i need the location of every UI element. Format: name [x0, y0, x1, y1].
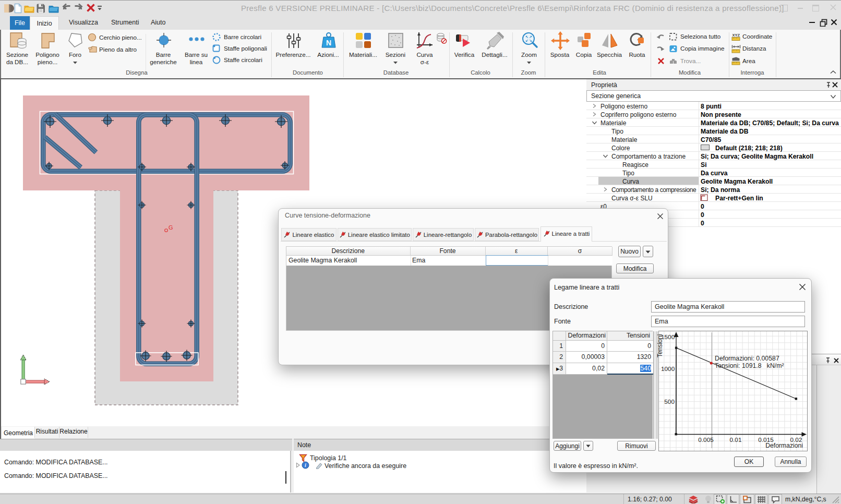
- svg-text:↙: ↙: [525, 39, 528, 42]
- svg-text:↘: ↘: [529, 39, 532, 42]
- svg-text:G: G: [169, 224, 173, 231]
- svg-text:XYZ: XYZ: [732, 33, 740, 38]
- svg-text:↖: ↖: [525, 35, 528, 39]
- svg-text:i: i: [305, 462, 306, 468]
- svg-text:↗: ↗: [529, 35, 532, 39]
- svg-text:N: N: [326, 39, 331, 47]
